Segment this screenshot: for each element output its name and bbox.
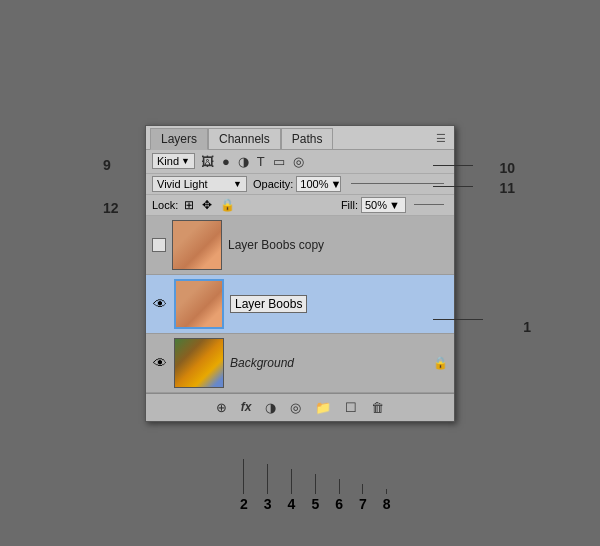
fx-icon[interactable]: fx (238, 398, 255, 416)
color-icon[interactable]: ◑ (236, 153, 251, 170)
opacity-label: Opacity: (253, 178, 293, 190)
opacity-arrow: ▼ (331, 178, 342, 190)
num-5: 5 (311, 496, 319, 512)
link-layers-icon[interactable]: ⊕ (213, 398, 230, 417)
layer-row[interactable]: Layer Boobs copy (146, 216, 454, 275)
fill-slider[interactable] (414, 204, 444, 205)
num-2: 2 (240, 496, 248, 512)
panel-tabs: Layers Channels Paths ☰ (146, 126, 454, 150)
num-7: 7 (359, 496, 367, 512)
num-3: 3 (264, 496, 272, 512)
delete-layer-icon[interactable]: 🗑 (368, 398, 387, 417)
number-label-5: 5 (311, 474, 319, 512)
adjustment-icon[interactable]: ◎ (291, 153, 306, 170)
arrow-to-label1: 1 (523, 319, 531, 335)
blend-mode-select[interactable]: Vivid Light ▼ (152, 176, 247, 192)
arrow-11 (433, 186, 473, 187)
arrow-1 (433, 319, 454, 320)
label-9: 9 (103, 157, 111, 173)
number-label-4: 4 (288, 469, 296, 512)
layer-name: Layer Boobs (235, 297, 302, 311)
tab-paths[interactable]: Paths (281, 128, 334, 149)
new-adjustment-layer-icon[interactable]: ◎ (287, 398, 304, 417)
eye-icon[interactable]: 👁 (152, 296, 168, 312)
visibility-checkbox[interactable] (152, 238, 166, 252)
layer-thumbnail (172, 220, 222, 270)
lock-move-icon[interactable]: ✥ (200, 197, 214, 213)
layer-name-box: Layer Boobs (230, 295, 307, 313)
kind-label: Kind (157, 155, 179, 167)
fill-label: Fill: (341, 199, 358, 211)
num-8: 8 (383, 496, 391, 512)
opacity-value: 100% (300, 178, 328, 190)
lock-pixels-icon[interactable]: ⊞ (182, 197, 196, 213)
number-label-7: 7 (359, 484, 367, 512)
kind-dropdown-arrow: ▼ (181, 156, 190, 166)
new-fill-layer-icon[interactable]: ◑ (262, 398, 279, 417)
layer-row[interactable]: 👁 Layer Boobs (146, 275, 454, 334)
number-label-8: 8 (383, 489, 391, 512)
opacity-group: Opacity: 100% ▼ (253, 176, 341, 192)
tab-channels[interactable]: Channels (208, 128, 281, 149)
number-label-3: 3 (264, 464, 272, 512)
lock-fill-row: Lock: ⊞ ✥ 🔒 Fill: 50% ▼ (146, 195, 454, 216)
lock-label: Lock: (152, 199, 178, 211)
fill-value: 50% (365, 199, 387, 211)
blend-dropdown-arrow: ▼ (233, 179, 242, 189)
shape-icon[interactable]: ▭ (271, 153, 287, 170)
tab-group: Layers Channels Paths (150, 128, 333, 149)
opacity-input[interactable]: 100% ▼ (296, 176, 341, 192)
fill-input[interactable]: 50% ▼ (361, 197, 406, 213)
label-12: 12 (103, 200, 119, 216)
arrow-10 (433, 165, 473, 166)
num-4: 4 (288, 496, 296, 512)
number-label-6: 6 (335, 479, 343, 512)
lock-all-icon[interactable]: 🔒 (218, 197, 237, 213)
eye-icon[interactable]: 👁 (152, 355, 168, 371)
fill-group: Fill: 50% ▼ (341, 197, 406, 213)
num-6: 6 (335, 496, 343, 512)
new-layer-icon[interactable]: ☐ (342, 398, 360, 417)
layer-name: Background (230, 356, 427, 370)
text-icon[interactable]: T (255, 153, 267, 170)
filter-image-icon[interactable]: 🖼 (199, 153, 216, 170)
label-11: 11 (499, 180, 515, 196)
layer-row[interactable]: 👁 Background 🔒 (146, 334, 454, 393)
lock-badge-icon: 🔒 (433, 356, 448, 370)
panel-menu-icon[interactable]: ☰ (432, 130, 450, 147)
new-group-icon[interactable]: 📁 (312, 398, 334, 417)
options-row: Vivid Light ▼ Opacity: 100% ▼ (146, 174, 454, 195)
blend-mode-value: Vivid Light (157, 178, 231, 190)
fill-arrow: ▼ (389, 199, 400, 211)
number-label-2: 2 (240, 459, 248, 512)
bottom-number-labels: 2 3 4 5 6 7 8 (240, 459, 391, 512)
layer-name: Layer Boobs copy (228, 238, 448, 252)
layers-panel: Layers Channels Paths ☰ Kind ▼ 🖼 ● ◑ T ▭… (145, 125, 455, 422)
kind-select[interactable]: Kind ▼ (152, 153, 195, 169)
kind-toolbar-row: Kind ▼ 🖼 ● ◑ T ▭ ◎ (146, 150, 454, 174)
layer-thumbnail (174, 279, 224, 329)
tab-layers[interactable]: Layers (150, 128, 208, 150)
layers-area: Layer Boobs copy 👁 Layer Boobs 👁 Backgro… (146, 216, 454, 393)
opacity-slider[interactable] (351, 183, 444, 184)
label-10: 10 (499, 160, 515, 176)
bottom-bar: ⊕ fx ◑ ◎ 📁 ☐ 🗑 (146, 393, 454, 421)
pixel-icon[interactable]: ● (220, 153, 232, 170)
layer-thumbnail (174, 338, 224, 388)
